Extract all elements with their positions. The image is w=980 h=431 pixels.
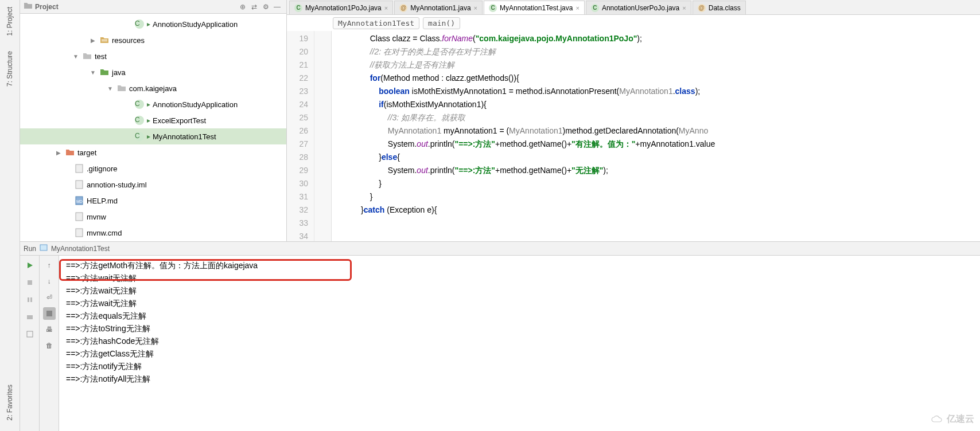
console-output[interactable]: ==>:方法getMoth有注解。值为：方法上面的kaigejava ==>:方… (59, 256, 980, 431)
code-lines[interactable]: Class clazz = Class.forName("com.kaigeja… (332, 31, 980, 241)
tab-dataclass[interactable]: @Data.class (693, 1, 746, 14)
run-toolbar-secondary: ↑ ↓ ⏎ 🖶 🗑 (40, 256, 59, 431)
tree-class-myannotation1test[interactable]: C ▸ MyAnnotation1Test (20, 128, 286, 144)
tree-help[interactable]: MD HELP.md (20, 193, 286, 209)
tree-mvnwcmd[interactable]: mvnw.cmd (20, 225, 286, 241)
tree-class-apptest[interactable]: C ▸ AnnotionStudyApplication (20, 96, 286, 112)
tree-gitignore[interactable]: .gitignore (20, 160, 286, 177)
close-icon[interactable]: × (384, 5, 388, 11)
run-toolbar-primary (20, 256, 40, 431)
svg-rect-1 (102, 41, 107, 41)
tree-target[interactable]: ▶ target (20, 144, 286, 160)
svg-rect-14 (46, 311, 52, 316)
tree-java[interactable]: ▼ java (20, 64, 286, 80)
tab-project[interactable]: 1: Project (5, 2, 15, 41)
console-line: ==>:方法notify无注解 (66, 360, 973, 373)
svg-rect-6 (76, 213, 83, 221)
rerun-button[interactable] (24, 259, 36, 272)
clear-button[interactable]: 🗑 (43, 339, 56, 352)
console-line: ==>:方法wait无注解 (66, 284, 973, 297)
console-line: ==>:方法hashCode无注解 (66, 335, 973, 347)
project-header: Project ⊕ ⇄ ⚙ — (20, 0, 286, 14)
breadcrumb-method[interactable]: main() (423, 17, 460, 29)
tab-test-active[interactable]: CMyAnnotation1Test.java× (484, 1, 585, 14)
scroll-button[interactable] (43, 307, 56, 320)
tab-structure[interactable]: 7: Structure (5, 46, 15, 91)
tree-class-app[interactable]: C ▸ AnnotionStudyApplication (20, 16, 286, 32)
tree-test[interactable]: ▼ test (20, 48, 286, 64)
marker-gutter (314, 31, 332, 241)
stop-button[interactable] (24, 276, 36, 289)
gear-icon[interactable]: ⚙ (260, 1, 271, 13)
down-button[interactable]: ↓ (43, 275, 56, 288)
run-config-name[interactable]: MyAnnotation1Test (51, 245, 110, 253)
console-line: ==>:方法getMoth有注解。值为：方法上面的kaigejava (66, 259, 973, 272)
watermark: 亿速云 (931, 413, 974, 425)
tab-favorites[interactable]: 2: Favorites (5, 380, 15, 425)
project-icon (24, 2, 33, 11)
console-line: ==>:方法toString无注解 (66, 322, 973, 335)
tree-class-excel[interactable]: C ▸ ExcelExportTest (20, 112, 286, 128)
breadcrumb: MyAnnotation1Test main() (287, 15, 980, 31)
print-button[interactable]: 🖶 (43, 323, 56, 336)
up-button[interactable]: ↑ (43, 259, 56, 272)
tab-pojo[interactable]: CMyAnnotation1PoJo.java× (289, 1, 393, 14)
run-config-icon (40, 244, 48, 253)
project-tool-window: Project ⊕ ⇄ ⚙ — C ▸ AnnotionStudyApplica… (20, 0, 287, 241)
svg-rect-7 (76, 229, 83, 237)
console-line: ==>:方法wait无注解 (66, 272, 973, 284)
console-line: ==>:方法wait无注解 (66, 297, 973, 309)
svg-text:MD: MD (76, 199, 83, 203)
project-title: Project (35, 3, 59, 11)
tree-resources[interactable]: ▶ resources (20, 32, 286, 48)
svg-rect-13 (27, 331, 33, 337)
svg-rect-8 (40, 245, 47, 250)
console-line: ==>:方法getClass无注解 (66, 347, 973, 360)
close-icon[interactable]: × (474, 5, 477, 11)
code-editor[interactable]: 19202122232425262728293031323334 Class c… (287, 31, 980, 241)
left-tool-strip: 1: Project 7: Structure 2: Favorites (0, 0, 20, 431)
run-header: Run MyAnnotation1Test (20, 242, 980, 256)
tree-mvnw[interactable]: mvnw (20, 209, 286, 225)
expand-icon[interactable]: ⇄ (248, 1, 260, 13)
locate-icon[interactable]: ⊕ (237, 1, 248, 13)
tab-userpojo[interactable]: CAnnotationUserPoJo.java× (586, 1, 691, 14)
svg-rect-2 (76, 164, 83, 173)
wrap-button[interactable]: ⏎ (43, 291, 56, 304)
editor-tabs: CMyAnnotation1PoJo.java× @MyAnnotation1.… (287, 0, 980, 15)
svg-rect-10 (28, 297, 29, 302)
close-icon[interactable]: × (575, 5, 579, 11)
tree-package[interactable]: ▼ com.kaigejava (20, 80, 286, 96)
run-label: Run (24, 245, 36, 253)
layout-button[interactable] (24, 328, 36, 340)
console-line: ==>:方法equals无注解 (66, 309, 973, 322)
tab-annotation[interactable]: @MyAnnotation1.java× (394, 1, 483, 14)
dump-button[interactable] (24, 311, 36, 323)
svg-rect-12 (27, 315, 33, 319)
console-line: ==>:方法notifyAll无注解 (66, 373, 973, 385)
svg-rect-9 (28, 280, 32, 285)
project-tree[interactable]: C ▸ AnnotionStudyApplication ▶ resources… (20, 14, 286, 241)
pause-button[interactable] (24, 293, 36, 306)
run-tool-window: Run MyAnnotation1Test ↑ ↓ ⏎ (20, 242, 980, 431)
editor-panel: CMyAnnotation1PoJo.java× @MyAnnotation1.… (287, 0, 980, 241)
close-icon[interactable]: × (682, 5, 686, 11)
tree-iml[interactable]: annotion-study.iml (20, 177, 286, 193)
svg-rect-0 (102, 40, 107, 40)
breadcrumb-class[interactable]: MyAnnotation1Test (333, 17, 419, 29)
svg-rect-11 (30, 297, 32, 302)
line-gutter: 19202122232425262728293031323334 (287, 31, 314, 241)
svg-rect-3 (76, 181, 83, 189)
hide-icon[interactable]: — (271, 1, 283, 13)
